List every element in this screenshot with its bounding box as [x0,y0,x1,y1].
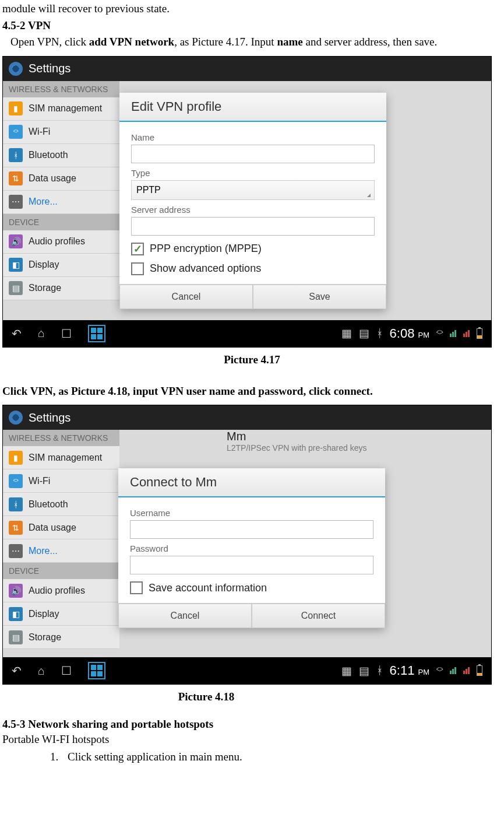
storage-icon: ▤ [9,281,23,295]
advanced-label: Show advanced options [150,262,261,275]
sidebar-item-storage[interactable]: ▤Storage [3,626,119,649]
t: , as Picture 4.17. Input [174,36,277,48]
vpn-list-entry[interactable]: Mm L2TP/IPSec VPN with pre-shared keys [227,430,366,453]
checkbox-checked-icon [131,243,144,255]
back-icon[interactable]: ↶ [12,664,22,678]
bluetooth-status-icon: ᚼ [376,327,383,340]
clock: 6:08 PM [390,326,429,341]
settings-header: Settings [3,405,491,430]
sidebar-item-sim[interactable]: ▮SIM management [3,446,119,469]
bluetooth-icon: ᚼ [9,148,23,162]
caption-417: Picture 4.17 [2,353,502,366]
ppe-checkbox-row[interactable]: PPP encryption (MPPE) [131,243,375,255]
sidebar-item-sim[interactable]: ▮SIM management [3,97,119,121]
home-icon[interactable]: ⌂ [38,327,45,340]
edit-vpn-dialog: Edit VPN profile Name Type PPTP Server a… [119,93,386,309]
dialog-title: Edit VPN profile [119,93,386,122]
step-1: 1.Click setting application in main menu… [50,749,502,766]
label: Audio profiles [29,585,85,596]
t: Open VPN, click [10,36,89,48]
type-select[interactable]: PPTP [131,180,375,200]
vpn-name: Mm [227,430,366,443]
wifi-status-icon: ⌔ [436,327,443,340]
nav-bar: ↶ ⌂ ☐ ▦ ▤ ᚼ 6:11 PM ⌔ [3,657,491,684]
sidebar-item-more[interactable]: ⋯More... [3,539,119,563]
signal-icon-2 [463,330,470,337]
audio-icon: 🔊 [9,234,23,248]
storage-icon: ▤ [9,630,23,644]
t-bold: name [277,36,302,48]
gear-icon [9,411,23,425]
screenshot-icon[interactable] [88,662,105,679]
data-icon: ⇅ [9,521,23,535]
message-icon: ▤ [359,327,369,340]
save-button[interactable]: Save [253,285,386,309]
checkbox-icon [130,581,143,594]
bluetooth-status-icon: ᚼ [376,664,383,677]
back-icon[interactable]: ↶ [12,327,22,341]
battery-icon [477,665,482,676]
sidebar-item-more[interactable]: ⋯More... [3,191,119,214]
sidebar-item-bluetooth[interactable]: ᚼBluetooth [3,144,119,167]
settings-header: Settings [3,57,491,81]
password-label: Password [130,544,373,553]
label: More... [29,546,58,556]
sidebar-item-audio[interactable]: 🔊Audio profiles [3,230,119,254]
sidebar-item-datausage[interactable]: ⇅Data usage [3,167,119,191]
ppe-label: PPP encryption (MPPE) [150,243,262,255]
name-field[interactable] [131,145,375,163]
sim-icon: ▮ [9,101,23,115]
sidebar-item-datausage[interactable]: ⇅Data usage [3,516,119,539]
portable-hotspots: Portable WI-FI hotspots [2,732,502,748]
display-icon: ◧ [9,258,23,272]
signal-icon [450,330,456,337]
cancel-button[interactable]: Cancel [119,285,253,309]
sidebar-item-audio[interactable]: 🔊Audio profiles [3,579,119,602]
nav-bar: ↶ ⌂ ☐ ▦ ▤ ᚼ 6:08 PM ⌔ [3,320,491,347]
username-field[interactable] [130,520,373,539]
click-vpn-text: Click VPN, as Picture 4.18, input VPN us… [2,384,502,399]
heading-453: 4.5-3 Network sharing and portable hotsp… [2,718,502,731]
bluetooth-icon: ᚼ [9,497,23,511]
sidebar-item-wifi[interactable]: ⌔Wi-Fi [3,121,119,144]
server-field[interactable] [131,217,375,236]
cancel-button[interactable]: Cancel [118,604,252,628]
username-label: Username [130,508,373,518]
saveaccount-checkbox-row[interactable]: Save account information [130,581,373,594]
screenshot-icon[interactable] [88,325,105,342]
screenshot-417: Settings WIRELESS & NETWORKS ▮SIM manage… [2,56,492,348]
type-value: PPTP [136,185,161,195]
text: module will recover to previous state. [2,1,502,17]
checkbox-icon [131,262,144,275]
sidebar-item-display[interactable]: ◧Display [3,254,119,277]
label: Storage [29,632,61,643]
gear-icon [9,62,23,76]
label: Data usage [29,173,76,184]
t-bold: add VPN network [89,36,174,48]
sidebar: WIRELESS & NETWORKS ▮SIM management ⌔Wi-… [3,430,119,649]
clock: 6:11 PM [390,663,429,678]
recent-icon[interactable]: ☐ [61,664,72,678]
home-icon[interactable]: ⌂ [38,664,45,678]
sidebar-item-storage[interactable]: ▤Storage [3,277,119,300]
dropdown-icon [367,194,371,197]
password-field[interactable] [130,556,373,574]
sim-icon: ▮ [9,451,23,465]
saveaccount-label: Save account information [149,582,267,594]
sidebar: WIRELESS & NETWORKS ▮SIM management ⌔Wi-… [3,81,119,300]
battery-icon [477,328,482,339]
image-icon: ▦ [341,327,352,340]
sidebar-item-wifi[interactable]: ⌔Wi-Fi [3,469,119,493]
recent-icon[interactable]: ☐ [61,327,72,341]
step-num: 1. [50,749,68,766]
label: Display [29,609,59,619]
wifi-icon: ⌔ [9,125,23,139]
advanced-checkbox-row[interactable]: Show advanced options [131,262,375,275]
sidebar-item-display[interactable]: ◧Display [3,602,119,626]
connect-button[interactable]: Connect [252,604,385,628]
sidebar-item-bluetooth[interactable]: ᚼBluetooth [3,493,119,516]
type-label: Type [131,168,375,178]
screenshot-418: Settings WIRELESS & NETWORKS ▮SIM manage… [2,405,492,685]
name-label: Name [131,132,375,142]
section-wireless: WIRELESS & NETWORKS [3,430,119,446]
